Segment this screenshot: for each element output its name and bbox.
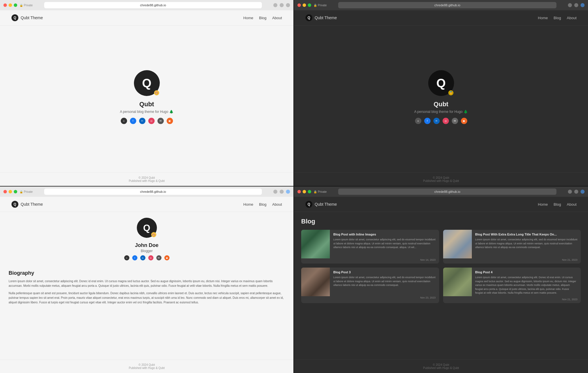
traffic-lights-1 [3, 3, 17, 7]
address-bar-3[interactable]: chrede88.github.io [44, 189, 262, 195]
quadrant-bottom-left: 🔒 Private chrede88.github.io Q Qubt Them… [0, 186, 294, 373]
avatar-badge-2: 🏅 [448, 90, 453, 95]
avatar-3: Q 🎨 [137, 218, 157, 238]
dark-mode-toggle-3[interactable] [286, 190, 290, 194]
nav-about-3[interactable]: About [272, 202, 282, 207]
browser-tools-4 [568, 190, 585, 194]
traffic-lights-2 [297, 3, 311, 7]
site-logo-3: Q Qubt Theme [11, 201, 43, 208]
facebook-icon-3[interactable]: f [132, 255, 137, 260]
minimize-button-1[interactable] [9, 3, 12, 7]
blog-card-excerpt-4: Lorem ipsum dolor sit amet, consectetur … [475, 276, 578, 295]
blog-card-title-2: Blog Post With Extra Extra Long Title Th… [475, 233, 578, 236]
blog-page-title: Blog [301, 218, 581, 225]
instagram-icon-2[interactable]: ◎ [443, 118, 449, 124]
site-nav-3: Home Blog About [243, 202, 282, 207]
site-header-2: Q Qubt Theme Home Blog About [294, 10, 588, 25]
nav-home-2[interactable]: Home [538, 16, 548, 20]
blog-card-4[interactable]: Blog Post 4 Lorem ipsum dolor sit amet, … [443, 268, 581, 303]
email-icon-1[interactable]: ✉ [157, 118, 164, 124]
private-badge-1: 🔒 Private [20, 4, 33, 7]
blog-card-image-2 [443, 230, 472, 258]
nav-blog-2[interactable]: Blog [554, 16, 561, 20]
blog-card-1[interactable]: Blog Post with Inline Images Lorem ipsum… [301, 230, 439, 264]
maximize-button-3[interactable] [14, 190, 17, 193]
address-bar-4[interactable]: chrede88.github.io [338, 189, 556, 195]
nav-about-1[interactable]: About [272, 16, 282, 20]
email-icon-3[interactable]: ✉ [156, 255, 161, 260]
home-main-1: Q 🎨 Qubt A personal blog theme for Hugo … [0, 25, 293, 172]
blog-card-title-3: Blog Post 3 [333, 270, 436, 274]
site-nav-2: Home Blog About [538, 16, 577, 20]
nav-home-4[interactable]: Home [538, 202, 548, 207]
maximize-button-2[interactable] [308, 3, 311, 7]
tool-icon-4 [568, 3, 572, 7]
biography-section-3: Biography Lorem ipsum dolor sit amet, co… [9, 270, 285, 312]
minimize-button-4[interactable] [303, 190, 306, 193]
blog-card-title-1: Blog Post with Inline Images [333, 233, 436, 236]
address-bar-1[interactable]: chrede88.github.io [44, 2, 262, 8]
blog-grid-4: Blog Post with Inline Images Lorem ipsum… [301, 230, 581, 303]
logo-icon-1: Q [11, 14, 18, 21]
rss-icon-1[interactable]: ▣ [167, 118, 173, 124]
site-footer-3: © 2024 Qubt Published with Hugo & Qubt [0, 360, 293, 373]
github-icon-3[interactable]: ⌾ [124, 255, 129, 260]
minimize-button-2[interactable] [303, 3, 306, 7]
social-icons-2: ⌾ f in ◎ ✉ ▣ [415, 118, 467, 124]
close-button-4[interactable] [297, 190, 301, 193]
github-icon-2[interactable]: ⌾ [415, 118, 421, 124]
linkedin-icon-2[interactable]: in [433, 118, 440, 124]
nav-about-2[interactable]: About [567, 16, 577, 20]
blog-content-4: Blog Blog Post with Inline Images Lorem … [294, 212, 588, 360]
browser-chrome-3: 🔒 Private chrede88.github.io [0, 186, 293, 197]
close-button-1[interactable] [3, 3, 7, 7]
blog-card-3[interactable]: Blog Post 3 Lorem ipsum dolor sit amet, … [301, 268, 439, 303]
blog-card-image-3 [301, 268, 330, 296]
tool-icon-2 [280, 3, 284, 7]
nav-blog-1[interactable]: Blog [259, 16, 266, 20]
close-button-2[interactable] [297, 3, 301, 7]
traffic-lights-3 [3, 190, 17, 193]
address-bar-2[interactable]: chrede88.github.io [338, 2, 556, 8]
instagram-icon-1[interactable]: ◎ [148, 118, 155, 124]
rss-icon-3[interactable]: ▣ [164, 255, 170, 260]
nav-blog-3[interactable]: Blog [259, 202, 266, 207]
quadrant-bottom-right: 🔒 Private chrede88.github.io Q Qubt Them… [294, 186, 588, 373]
person-name-3: John Doe [135, 242, 158, 248]
dark-mode-toggle[interactable] [581, 3, 585, 7]
blog-card-date-2: Nov 21, 2023 [443, 258, 581, 264]
facebook-icon-1[interactable]: f [130, 118, 136, 124]
github-icon-1[interactable]: ⌾ [121, 118, 127, 124]
site-content-4: Q Qubt Theme Home Blog About Blog Blog P… [294, 197, 588, 373]
email-icon-2[interactable]: ✉ [452, 118, 458, 124]
browser-chrome-2: 🔒 Private chrede88.github.io [294, 0, 588, 10]
nav-home-3[interactable]: Home [243, 202, 253, 207]
home-subtitle-1: A personal blog theme for Hugo 🌲 [120, 110, 174, 114]
linkedin-icon-3[interactable]: in [140, 255, 145, 260]
about-header-3: Q 🎨 John Doe Blogger ⌾ f in ◎ ✉ ▣ [9, 218, 285, 264]
close-button-3[interactable] [3, 190, 7, 193]
tool-icon-5 [574, 3, 578, 7]
logo-text-3: Qubt Theme [21, 202, 43, 207]
logo-icon-3: Q [11, 201, 18, 208]
private-badge-3: 🔒 Private [20, 190, 33, 193]
rss-icon-2[interactable]: ▣ [461, 118, 467, 124]
maximize-button-4[interactable] [308, 190, 311, 193]
nav-about-4[interactable]: About [567, 202, 577, 207]
avatar-2: Q 🏅 [428, 70, 454, 96]
person-role-3: Blogger [141, 249, 153, 253]
linkedin-icon-1[interactable]: in [139, 118, 145, 124]
maximize-button-1[interactable] [14, 3, 17, 7]
nav-blog-4[interactable]: Blog [554, 202, 561, 207]
facebook-icon-2[interactable]: f [424, 118, 431, 124]
social-icons-3: ⌾ f in ◎ ✉ ▣ [124, 255, 170, 260]
quadrant-top-left: 🔒 Private chrede88.github.io Q Qubt Them… [0, 0, 294, 186]
minimize-button-3[interactable] [9, 190, 12, 193]
nav-home-1[interactable]: Home [243, 16, 253, 20]
blog-card-2[interactable]: Blog Post With Extra Extra Long Title Th… [443, 230, 581, 264]
blog-card-body-3: Blog Post 3 Lorem ipsum dolor sit amet, … [330, 268, 439, 296]
private-badge-2: 🔒 Private [314, 4, 327, 7]
dark-mode-toggle-4[interactable] [581, 190, 585, 194]
instagram-icon-3[interactable]: ◎ [148, 255, 153, 260]
blog-card-date-1: Nov 14, 2023 [301, 258, 439, 264]
